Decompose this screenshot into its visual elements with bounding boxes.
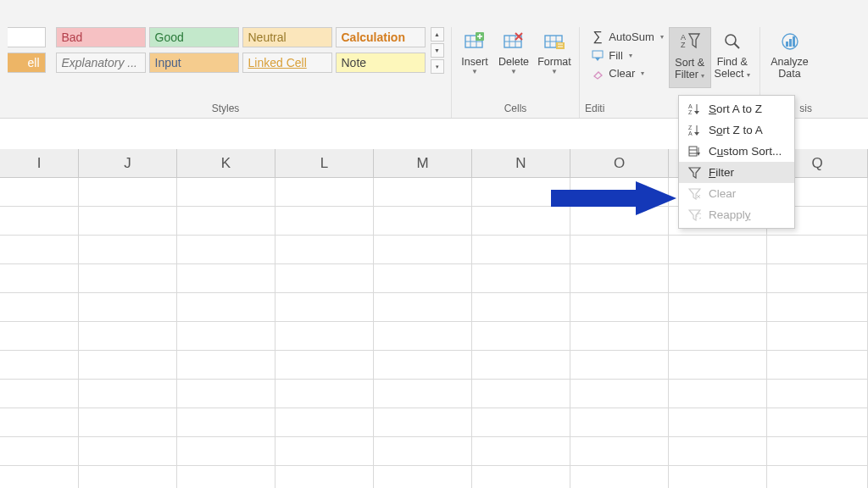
grid-cell[interactable] (669, 293, 767, 322)
grid-cell[interactable] (0, 437, 79, 466)
grid-cell[interactable] (0, 351, 79, 380)
grid-cell[interactable] (79, 178, 177, 207)
grid-cell[interactable] (275, 351, 374, 380)
grid-cell[interactable] (767, 408, 868, 437)
grid-cell[interactable] (275, 466, 374, 488)
style-swatch-calculation[interactable]: Calculation (336, 27, 426, 47)
grid-cell[interactable] (0, 207, 79, 236)
grid-cell[interactable] (767, 466, 868, 488)
grid-cell[interactable] (669, 380, 767, 408)
grid-cell[interactable] (570, 236, 669, 264)
column-header[interactable]: K (177, 149, 275, 178)
grid-cell[interactable] (570, 264, 669, 293)
grid-cell[interactable] (374, 236, 472, 264)
clear-button[interactable]: Clear ▾ (591, 67, 663, 80)
column-header[interactable]: M (374, 149, 472, 178)
insert-button[interactable]: Insert ▼ (455, 27, 494, 88)
grid-cell[interactable] (767, 293, 868, 322)
grid-cell[interactable] (79, 351, 177, 380)
grid-cell[interactable] (570, 380, 669, 408)
grid-cell[interactable] (374, 264, 472, 293)
style-swatch-partial-bottom[interactable]: ell (8, 53, 46, 73)
grid-cell[interactable] (767, 236, 868, 264)
menu-sort-z-to-a[interactable]: ZA Sort Z to A (679, 119, 794, 141)
grid-cell[interactable] (79, 264, 177, 293)
column-header[interactable]: L (275, 149, 374, 178)
grid-cell[interactable] (767, 264, 868, 293)
grid-cell[interactable] (177, 408, 275, 437)
grid-cell[interactable] (79, 236, 177, 264)
autosum-button[interactable]: ∑ AutoSum ▾ (591, 29, 663, 44)
menu-custom-sort[interactable]: Custom Sort... (679, 141, 794, 162)
grid-cell[interactable] (275, 380, 374, 408)
grid-cell[interactable] (0, 236, 79, 264)
grid-cell[interactable] (570, 351, 669, 380)
grid-cell[interactable] (472, 466, 570, 488)
grid-cell[interactable] (669, 264, 767, 293)
grid-cell[interactable] (177, 351, 275, 380)
grid-cell[interactable] (177, 264, 275, 293)
grid-cell[interactable] (669, 437, 767, 466)
sort-filter-button[interactable]: AZ Sort & Filter ▾ (669, 27, 711, 88)
grid-cell[interactable] (374, 178, 472, 207)
grid-cell[interactable] (275, 437, 374, 466)
style-swatch-input[interactable]: Input (149, 53, 239, 73)
grid-cell[interactable] (275, 178, 374, 207)
column-header[interactable]: J (79, 149, 177, 178)
find-select-button[interactable]: Find & Select ▾ (711, 27, 754, 88)
grid-cell[interactable] (0, 466, 79, 488)
grid-cell[interactable] (275, 293, 374, 322)
delete-button[interactable]: Delete ▼ (494, 27, 533, 88)
grid-cell[interactable] (0, 322, 79, 351)
analyze-data-button[interactable]: Analyze Data (765, 27, 815, 88)
grid-cell[interactable] (177, 380, 275, 408)
format-button[interactable]: Format ▼ (533, 27, 576, 88)
grid-cell[interactable] (79, 293, 177, 322)
style-swatch-neutral[interactable]: Neutral (242, 27, 332, 47)
grid-cell[interactable] (79, 322, 177, 351)
style-swatch-partial-top[interactable] (8, 27, 46, 47)
grid-cell[interactable] (275, 236, 374, 264)
grid-cell[interactable] (79, 207, 177, 236)
grid-cell[interactable] (79, 437, 177, 466)
grid-cell[interactable] (0, 408, 79, 437)
grid-cell[interactable] (0, 264, 79, 293)
column-header[interactable]: N (472, 149, 570, 178)
grid-cell[interactable] (275, 322, 374, 351)
grid-cell[interactable] (79, 466, 177, 488)
grid-cell[interactable] (374, 408, 472, 437)
grid-cell[interactable] (570, 466, 669, 488)
grid-cell[interactable] (374, 351, 472, 380)
column-header[interactable]: O (570, 149, 669, 178)
style-swatch-explanatory[interactable]: Explanatory ... (56, 53, 146, 73)
grid-cell[interactable] (177, 207, 275, 236)
grid-cell[interactable] (177, 236, 275, 264)
style-swatch-linked[interactable]: Linked Cell (242, 53, 332, 73)
grid-cell[interactable] (374, 466, 472, 488)
grid-cell[interactable] (570, 322, 669, 351)
fill-button[interactable]: Fill ▾ (591, 49, 663, 62)
grid-cell[interactable] (0, 178, 79, 207)
grid-cell[interactable] (177, 322, 275, 351)
grid-cell[interactable] (669, 236, 767, 264)
grid-cell[interactable] (669, 322, 767, 351)
grid-cell[interactable] (374, 380, 472, 408)
menu-sort-a-to-z[interactable]: AZ Sort A to Z (679, 98, 794, 119)
grid-cell[interactable] (570, 408, 669, 437)
menu-filter[interactable]: Filter (679, 162, 794, 183)
grid-cell[interactable] (570, 437, 669, 466)
grid-cell[interactable] (0, 380, 79, 408)
grid-cell[interactable] (472, 437, 570, 466)
grid-cell[interactable] (669, 466, 767, 488)
grid-cell[interactable] (177, 466, 275, 488)
grid-cell[interactable] (472, 264, 570, 293)
grid-cell[interactable] (472, 380, 570, 408)
gallery-up-button[interactable]: ▲ (431, 27, 444, 42)
grid-cell[interactable] (0, 293, 79, 322)
style-swatch-good[interactable]: Good (149, 27, 239, 47)
grid-cell[interactable] (177, 293, 275, 322)
grid-cell[interactable] (472, 322, 570, 351)
grid-cell[interactable] (767, 437, 868, 466)
grid-cell[interactable] (472, 293, 570, 322)
grid-cell[interactable] (79, 380, 177, 408)
